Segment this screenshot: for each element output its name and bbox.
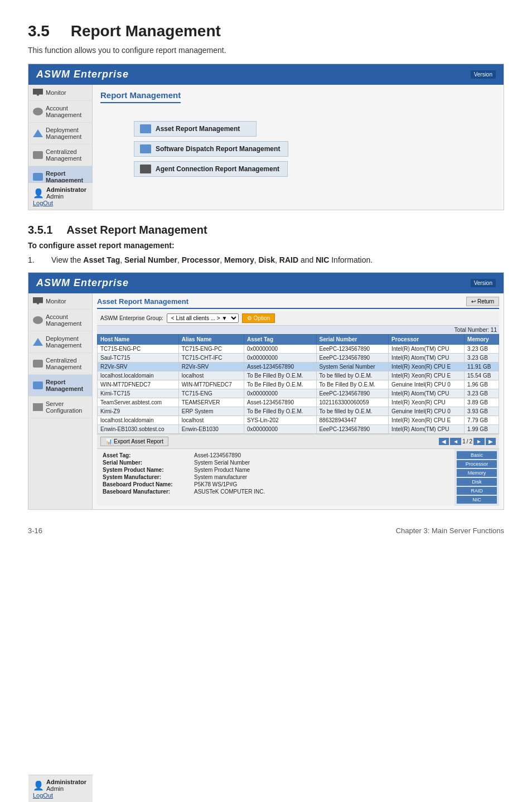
account-icon: [33, 108, 43, 115]
sidebar2-item-account[interactable]: Account Management: [28, 310, 92, 331]
aswm-box-asset-report: ASWM Enterprise Version Monitor Account …: [28, 272, 504, 510]
centralized-icon: [33, 151, 43, 159]
bb-mfr-label: Baseboard Manufacturer:: [103, 489, 192, 495]
table-row[interactable]: Enwin-EB1030.sobtest.coEnwin-EB10300x000…: [98, 425, 499, 434]
table-row[interactable]: WIN-MT7DFNEDC7WIN-MT7DFNEDC7To Be Filled…: [98, 380, 499, 389]
sidebar2-label-account: Account Management: [46, 313, 88, 327]
sidebar2-item-monitor[interactable]: Monitor: [28, 293, 92, 310]
page-footer: 3-16 Chapter 3: Main Server Functions: [28, 526, 504, 535]
return-button[interactable]: ↩ Return: [466, 297, 499, 306]
bb-product-val: P5K78 WS/1P#G: [194, 481, 237, 487]
col-host: Host Name: [98, 335, 179, 345]
info-row-product: System Product Name: System Product Name: [103, 467, 449, 473]
sidebar-label-monitor: Monitor: [46, 89, 66, 96]
table-row[interactable]: TeamServer.asbtest.comTEAMSERVERAsset-12…: [98, 398, 499, 407]
col-memory: Memory: [465, 335, 499, 345]
aswm2-main-title: Asset Report Management ↩ Return: [97, 297, 499, 309]
sidebar2-label-report: Report Management: [46, 379, 88, 392]
logout-link[interactable]: LogOut: [33, 200, 88, 206]
page-prev[interactable]: ◄: [450, 438, 461, 445]
col-asset: Asset Tag: [244, 335, 316, 345]
export-icon: 📊: [105, 438, 112, 445]
info-row-asset: Asset Tag: Asset-1234567890: [103, 452, 449, 458]
tab-memory[interactable]: Memory: [457, 469, 497, 477]
step-1: 1. View the Asset Tag, Serial Number, Pr…: [28, 255, 504, 264]
serial-label: Serial Number:: [103, 460, 192, 466]
sidebar2-item-report[interactable]: Report Management: [28, 375, 92, 397]
server2-icon: [33, 403, 43, 411]
sidebar2-item-server[interactable]: Server Configuration: [28, 397, 92, 418]
sidebar2-item-centralized[interactable]: Centralized Management: [28, 353, 92, 375]
export-button[interactable]: 📊 Export Asset Report: [100, 437, 168, 446]
page-next[interactable]: ►: [473, 438, 485, 445]
tab-basic[interactable]: Basic: [457, 451, 497, 459]
table-row[interactable]: Kirni-Z9ERP SystemTo Be Filled By O.E.M.…: [98, 407, 499, 416]
agent-report-icon: [140, 165, 151, 173]
sidebar2-label-deployment: Deployment Management: [46, 335, 88, 349]
tag-nic: NIC: [316, 255, 329, 264]
table-row[interactable]: R2Vir-SRVR2Vir-SRVAsset-1234567890System…: [98, 363, 499, 371]
option-button[interactable]: ⚙ Option: [242, 313, 275, 323]
tag-asset: Asset Tag: [83, 255, 120, 264]
report-icon: [33, 173, 43, 181]
aswm2-version-label: Version: [471, 279, 496, 287]
info-row-serial: Serial Number: System Serial Number: [103, 460, 449, 466]
sidebar-item-deployment[interactable]: Deployment Management: [28, 123, 92, 144]
account2-icon: [33, 316, 43, 324]
report-item-asset[interactable]: Asset Report Management: [134, 121, 257, 137]
report-item-software[interactable]: Software Dispatch Report Management: [134, 141, 288, 157]
return-icon: ↩: [471, 298, 476, 305]
page-last[interactable]: ▶: [486, 438, 496, 445]
footer-chapter: Chapter 3: Main Server Functions: [396, 526, 504, 535]
mfr-val: System manufacturer: [194, 474, 247, 480]
monitor2-icon: [33, 297, 43, 305]
asset-table: Host Name Alias Name Asset Tag Serial Nu…: [97, 334, 499, 434]
sidebar-item-centralized[interactable]: Centralized Management: [28, 144, 92, 166]
admin-name: Administrator: [46, 186, 86, 193]
footer-page-num: 3-16: [28, 526, 42, 535]
tab-processor[interactable]: Processor: [457, 460, 497, 468]
group-select[interactable]: < List all clients ... > ▼: [167, 313, 239, 323]
report-item-agent[interactable]: Agent Connection Report Management: [134, 161, 288, 177]
total-bar: Total Number: 11: [97, 326, 499, 334]
centralized2-icon: [33, 360, 43, 368]
info-row-bb-product: Baseboard Product Name: P5K78 WS/1P#G: [103, 481, 449, 487]
group-bar: ASWM Enterprise Group: < List all client…: [97, 311, 499, 326]
table-row[interactable]: Saul-TC715TC715-CHT-IFC0x00000000EeePC-1…: [98, 354, 499, 363]
sidebar-label-deployment: Deployment Management: [46, 127, 88, 140]
bb-product-label: Baseboard Product Name:: [103, 481, 192, 487]
table-row[interactable]: Kirni-TC715TC715-ENG0x00000000EeePC-1234…: [98, 389, 499, 398]
aswm-main: Report Management Asset Report Managemen…: [93, 85, 504, 210]
tag-raid: RAID: [279, 255, 298, 264]
tab-nic[interactable]: NIC: [457, 496, 497, 504]
sidebar2-item-deployment[interactable]: Deployment Management: [28, 331, 92, 353]
info-row-bb-mfr: Baseboard Manufacturer: ASUSTeK COMPUTER…: [103, 489, 449, 495]
tab-disk[interactable]: Disk: [457, 478, 497, 486]
tag-processor: Processor: [182, 255, 220, 264]
page-current: 1: [462, 438, 466, 445]
page-total: 2: [470, 438, 473, 445]
admin-role: Admin: [46, 193, 86, 200]
subsection-heading: 3.5.1 Asset Report Management: [28, 224, 504, 236]
aswm2-main: Asset Report Management ↩ Return ASWM En…: [93, 293, 504, 509]
sidebar: Monitor Account Management Deployment Ma…: [28, 85, 93, 210]
detail-tabs: Basic Processor Memory Disk RAID NIC: [454, 449, 499, 506]
table-row[interactable]: localhost.localdomainlocalhostSYS-Lin-20…: [98, 416, 499, 425]
section-title: Report Management: [71, 22, 221, 40]
sidebar-item-monitor[interactable]: Monitor: [28, 85, 92, 101]
bb-mfr-val: ASUSTeK COMPUTER INC.: [194, 489, 265, 495]
asset-report-label: Asset Report Management: [156, 125, 240, 133]
report2-icon: [33, 381, 43, 389]
sidebar-item-account[interactable]: Account Management: [28, 101, 92, 123]
section-intro: This function allows you to configure re…: [28, 46, 504, 55]
col-processor: Processor: [389, 335, 465, 345]
subsection-number: 3.5.1: [28, 224, 52, 236]
aswm-title: ASWM Enterprise: [36, 69, 129, 80]
deployment-icon: [33, 129, 43, 137]
page-first[interactable]: ◀: [439, 438, 449, 445]
table-row[interactable]: TC715-ENG-PCTC715-ENG-PC0x00000000EeePC-…: [98, 345, 499, 354]
product-val: System Product Name: [194, 467, 250, 473]
table-row[interactable]: localhost.localdomainlocalhostTo Be Fill…: [98, 371, 499, 380]
section-heading: 3.5 Report Management: [28, 22, 504, 40]
tab-raid[interactable]: RAID: [457, 487, 497, 495]
